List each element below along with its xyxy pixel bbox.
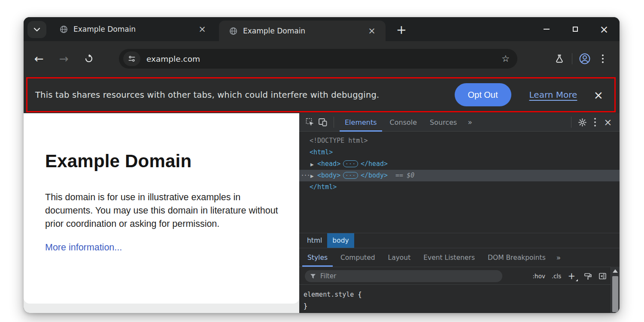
selected-node-hint: ==$0 — [395, 172, 414, 179]
sidebar-more-tabs-button[interactable]: » — [552, 248, 565, 267]
minimize-button[interactable] — [542, 25, 551, 33]
opt-out-button[interactable]: Opt Out — [455, 83, 511, 106]
scrollbar-thumb[interactable] — [612, 276, 618, 312]
flask-icon — [554, 54, 565, 64]
tab-close-icon[interactable]: × — [197, 24, 207, 34]
browser-toolbar: ← → example.com ☆ — [24, 41, 620, 76]
sidebar-tab-bar: Styles Computed Layout Event Listeners D… — [299, 248, 620, 267]
example-domain-page: Example Domain This domain is for use in… — [24, 113, 299, 304]
rendering-brush-button[interactable] — [584, 272, 592, 280]
dom-line-doctype[interactable]: <!DOCTYPE html> — [299, 135, 620, 147]
browser-menu-button[interactable] — [594, 50, 612, 68]
tab-sharing-infobar: This tab shares resources with other tab… — [26, 77, 616, 112]
styles-filter-box[interactable] — [305, 270, 502, 282]
profile-button[interactable] — [576, 50, 594, 68]
globe-icon — [60, 25, 68, 33]
close-icon: × — [604, 117, 612, 127]
profile-avatar-icon — [579, 53, 591, 65]
toggle-hover-state[interactable]: :hov — [533, 273, 545, 280]
maximize-icon — [573, 27, 578, 32]
bookmark-star-icon[interactable]: ☆ — [501, 54, 510, 64]
content-area: Example Domain This domain is for use in… — [24, 113, 620, 313]
devtools-close-button[interactable]: × — [601, 116, 614, 129]
tab-search-button[interactable] — [27, 21, 46, 38]
gear-icon — [578, 118, 587, 127]
inspect-cursor-icon — [305, 117, 315, 127]
tab-example-domain-2-active[interactable]: Example Domain × — [219, 21, 386, 41]
devtools-panel: Elements Console Sources » × — [299, 113, 620, 313]
style-selector: element.style — [304, 291, 354, 298]
more-information-link[interactable]: More information... — [45, 242, 122, 253]
dom-breadcrumb-bar: html body — [299, 233, 620, 248]
learn-more-link[interactable]: Learn More — [529, 90, 577, 100]
device-toolbar-icon — [318, 117, 328, 127]
styles-filter-input[interactable] — [320, 272, 497, 280]
breadcrumb-body[interactable]: body — [327, 233, 354, 248]
dom-line-body-selected[interactable]: ···▶<body>···</body>==$0 — [299, 170, 620, 181]
expand-arrow-icon[interactable]: ▶ — [310, 170, 317, 182]
sidebar-tab-computed[interactable]: Computed — [334, 248, 382, 267]
window-controls: × — [542, 17, 608, 41]
element-style-rule-close: } — [304, 301, 620, 312]
sidebar-tab-dom-breakpoints[interactable]: DOM Breakpoints — [481, 248, 552, 267]
toolbar-divider — [572, 53, 572, 64]
body-close-token: </body> — [361, 172, 388, 179]
element-style-rule[interactable]: element.style { — [304, 289, 620, 301]
gutter-ellipsis-icon[interactable]: ··· — [301, 170, 310, 181]
experiments-button[interactable] — [550, 50, 568, 68]
devtools-toolbar: Elements Console Sources » × — [299, 113, 620, 132]
devtools-menu-button[interactable] — [589, 116, 601, 129]
url-text[interactable]: example.com — [146, 54, 501, 63]
tune-icon — [128, 54, 136, 63]
breadcrumb-html[interactable]: html — [302, 233, 327, 248]
back-button[interactable]: ← — [30, 49, 49, 68]
styles-scrollbar[interactable] — [611, 267, 620, 313]
new-tab-button[interactable]: + — [393, 21, 410, 38]
devtools-settings-button[interactable] — [576, 116, 589, 129]
kebab-menu-icon — [602, 54, 604, 63]
device-toolbar-button[interactable] — [316, 116, 329, 129]
globe-icon — [229, 27, 237, 35]
new-style-rule-button[interactable]: + — [568, 272, 577, 281]
maximize-button[interactable] — [571, 25, 580, 33]
collapsed-ellipsis-button[interactable]: ··· — [343, 172, 358, 179]
reload-icon — [84, 54, 94, 64]
infobar-close-icon[interactable]: × — [593, 89, 603, 101]
devtools-toolbar-divider — [334, 117, 334, 128]
devtools-tab-sources[interactable]: Sources — [423, 113, 463, 132]
head-close-token: </head> — [361, 160, 388, 168]
sidebar-tab-styles[interactable]: Styles — [301, 248, 334, 267]
chevron-down-icon — [33, 27, 40, 32]
site-settings-button[interactable] — [123, 51, 140, 66]
expand-arrow-icon[interactable]: ▶ — [310, 159, 317, 170]
toggle-sidebar-panel-button[interactable] — [598, 272, 607, 280]
browser-window: Example Domain × Example Domain × + × ← … — [24, 17, 620, 313]
styles-filter-toggles: :hov .cls + — [533, 267, 607, 285]
forward-button[interactable]: → — [55, 49, 73, 68]
inspect-element-button[interactable] — [304, 116, 316, 129]
dom-tree: <!DOCTYPE html> <html> ▶<head>···</head>… — [299, 132, 620, 233]
devtools-tab-elements[interactable]: Elements — [338, 113, 383, 132]
page-paragraph: This domain is for use in illustrative e… — [45, 191, 279, 231]
collapsed-ellipsis-button[interactable]: ··· — [343, 160, 358, 167]
reload-button[interactable] — [79, 49, 98, 68]
sidebar-tab-layout[interactable]: Layout — [382, 248, 417, 267]
scroll-up-arrow-icon[interactable] — [613, 269, 618, 273]
head-open-token: <head> — [317, 160, 340, 168]
close-icon: × — [600, 24, 609, 35]
body-open-token: <body> — [317, 172, 340, 179]
devtools-tab-console[interactable]: Console — [383, 113, 424, 132]
tab-example-domain-1[interactable]: Example Domain × — [49, 17, 216, 41]
tab-strip: Example Domain × Example Domain × + × — [24, 17, 620, 41]
tab-close-icon[interactable]: × — [367, 26, 377, 36]
dom-line-html-close[interactable]: </html> — [299, 181, 620, 193]
dom-line-html-open[interactable]: <html> — [299, 147, 620, 158]
dom-line-head[interactable]: ▶<head>···</head> — [299, 158, 620, 170]
sidebar-tab-event-listeners[interactable]: Event Listeners — [417, 248, 481, 267]
address-bar[interactable]: example.com ☆ — [119, 49, 517, 69]
styles-filter-row: :hov .cls + — [299, 267, 620, 285]
devtools-more-tabs-button[interactable]: » — [463, 118, 476, 126]
toggle-element-classes[interactable]: .cls — [552, 273, 562, 280]
page-title: Example Domain — [45, 151, 299, 172]
close-window-button[interactable]: × — [600, 25, 608, 33]
